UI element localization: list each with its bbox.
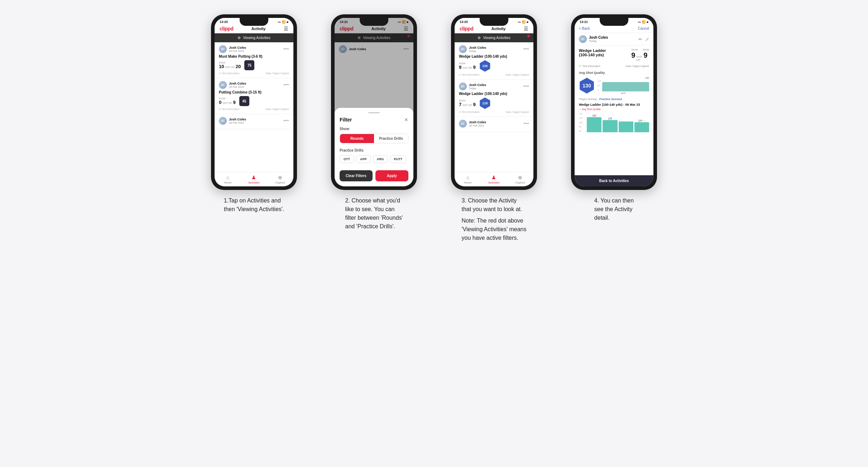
filter-handle-2 [368,112,380,113]
viewing-activities-label-1: Viewing Activities [243,36,270,40]
detail-drill-name-4: Wedge Ladder (100-140 yds) [579,48,615,57]
show-label-2: Show [340,127,408,131]
hex-badge-3-2: 118 [479,97,491,109]
info-icon-4: ⊙ [579,65,581,67]
drill-bar-1-4: 132 [587,114,601,132]
score-label-1-2: Score [219,97,236,100]
viewing-activities-bar-1[interactable]: ⚙ Viewing Activities [215,33,293,42]
mini-bar-4 [602,82,649,91]
back-to-activities-4[interactable]: Back to Activities [575,175,653,186]
phone-3-frame: 13:20 ▪▪▪ 📶 ■ clippd Activity ☰ ⚙ Vie [451,14,537,190]
chip-putt-2[interactable]: PUTT [390,155,407,163]
card-header-1-2: JC Josh Coles 28 Feb 2023 ••• [219,81,289,89]
capture-label-3: Capture [515,181,525,184]
status-icons-4: ▪▪▪ 📶 ■ [638,20,648,24]
apply-btn-2[interactable]: Apply [375,170,408,181]
nav-menu-1[interactable]: ☰ [284,26,288,32]
practice-drills-btn-2[interactable]: Practice Drills [374,134,408,143]
shots-value-1-2: 9 [233,100,236,105]
step-4-description: 4. You can then see the Activity detail. [594,196,634,222]
chip-app-2[interactable]: APP [356,155,371,163]
avatar-inner-3-1: JC [459,45,467,53]
mini-bar-chart-4: 130 100 50 0 APP [598,77,649,95]
drill-bar-1-label: 132 [592,114,596,117]
nav-activities-1[interactable]: ♟ Activities [241,172,267,186]
card-title-1-1: Must Make Putting (3-6 ft) [219,54,289,58]
filter-header-2: Filter ✕ [340,117,408,123]
footer-right-1-1: Data: Clippd Capture [266,72,289,75]
phone-2-screen: 13:21 ▪▪▪ 📶 ■ clippd Activity ☰ ⚙ Vie [335,18,413,186]
bottom-nav-1: ⌂ Home ♟ Activities ⊕ Capture [215,172,293,186]
drill-bar-4-fill [634,122,649,132]
activity-card-1-3[interactable]: JC Josh Coles 28 Feb 2023 ••• [215,114,293,129]
stat-of-1-2: OUT OF [222,102,232,104]
step-1-line-1: 1.Tap on Activities and [224,197,281,204]
footer-right-1-2: Data: Clippd Capture [266,108,289,111]
footer-left-1-2: ⊙ Test Information [219,108,240,111]
nav-home-1[interactable]: ⌂ Home [215,172,241,186]
more-dots-3-2[interactable]: ••• [523,84,529,89]
back-btn-4[interactable]: < Back [579,27,590,30]
drill-y-80: 80 [579,126,585,128]
user-date-1-2: 28 Feb 2023 [229,85,246,89]
chip-ott-2[interactable]: OTT [340,155,354,163]
card-title-3-1: Wedge Ladder (100-140 yds) [459,54,529,58]
wifi-icon-1: 📶 [282,20,286,24]
more-dots-1-3[interactable]: ••• [283,118,289,123]
avatar-inner-3-2: JC [459,82,467,90]
cancel-btn-4[interactable]: Cancel [638,27,649,30]
card-stats-1-2: Score 0 OUT OF 9 45 [219,96,289,106]
card-footer-3-2: ⊙ Test Information Data: Clippd Capture [459,111,529,114]
activity-card-3-2[interactable]: JC Josh Coles Today ••• Wedge Ladder (10… [455,80,533,117]
detail-user-left-4: JC Josh Coles Today [579,35,608,43]
score-value-1-1: 10 [219,64,224,69]
score-label-1-1: Score [219,61,241,64]
status-icons-3: ▪▪▪ 📶 ■ [518,20,528,24]
expand-icon-4[interactable]: ⤢ [645,37,649,42]
drill-bar-4-label: 124 ···· [638,119,645,122]
filter-close-2[interactable]: ✕ [404,117,408,123]
step-4-line-1: 4. You can then [594,197,634,204]
nav-capture-3[interactable]: ⊕ Capture [507,172,533,186]
nav-logo-3: clippd [460,26,473,32]
edit-icon-4[interactable]: ✏ [638,37,642,42]
footer-right-3-1: Data: Clippd Capture [506,73,529,76]
viewing-activities-bar-3[interactable]: ⚙ Viewing Activities [455,33,533,42]
activity-card-3-1[interactable]: JC Josh Coles Today ••• Wedge Ladder (10… [455,42,533,80]
stat-row-3-2: 7 OUT OF 9 [459,102,476,107]
battery-icon-4: ■ [647,20,648,24]
stat-group-3-1: Score 9 OUT OF 9 [459,62,476,70]
nav-logo-1: clippd [220,26,233,32]
card-stats-3-1: Score 9 OUT OF 9 130 [459,60,529,72]
shot-quality-badge-1-2: 45 [239,96,249,106]
more-dots-1-1[interactable]: ••• [283,47,289,52]
detail-user-name-4: Josh Coles [589,35,608,39]
detail-shots-val-4: 9 [643,51,647,59]
activity-card-1-1[interactable]: JC Josh Coles 28 Feb 2023 ••• Must Make … [215,42,293,78]
stat-group-score-1-1: Score 10 OUT OF 20 [219,61,241,69]
card-footer-1-2: ⊙ Test Information Data: Clippd Capture [219,108,289,111]
drill-y-140: 140 [579,113,585,115]
chip-arg-2[interactable]: ARG [373,155,388,163]
rounds-btn-2[interactable]: Rounds [340,134,374,143]
shots-value-1-1: 20 [236,64,241,69]
clear-filters-btn-2[interactable]: Clear Filters [340,170,373,181]
nav-activities-3[interactable]: ♟ Activities [481,172,507,186]
status-time-4: 13:21 [580,20,588,24]
nav-home-3[interactable]: ⌂ Home [455,172,481,186]
player-activity-link-4[interactable]: Practice Session [599,97,622,101]
step-2-line-1: 2. Choose what you'd [345,197,400,204]
nav-capture-1[interactable]: ⊕ Capture [267,172,293,186]
drill-y-axis-4: 140 120 100 80 60 [579,113,585,132]
filter-sheet-2: Filter ✕ Show Rounds Practice Drills Pra… [335,108,413,186]
more-dots-3-1[interactable]: ••• [523,47,529,52]
more-dots-1-2[interactable]: ••• [283,82,289,87]
activity-card-1-2[interactable]: JC Josh Coles 28 Feb 2023 ••• Putting Co… [215,78,293,114]
user-name-1-3: Josh Coles [229,118,246,121]
activity-card-3-3[interactable]: JC Josh Coles 28 Feb 2023 ••• [455,117,533,132]
detail-score-right-4: Score Shots 9 OUTOF 9 [631,48,649,62]
step-3-note: Note: The red dot above'Viewing Activiti… [461,216,526,242]
more-dots-3-3[interactable]: ••• [523,121,529,126]
card-header-3-1: JC Josh Coles Today ••• [459,45,529,53]
nav-menu-3[interactable]: ☰ [524,26,528,32]
